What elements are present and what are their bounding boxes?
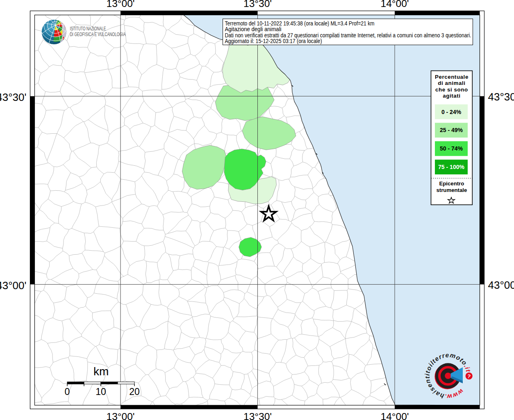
svg-text:25 - 49%: 25 - 49% xyxy=(440,127,463,133)
svg-text:DI GEOFISICA E VULCANOLOGIA: DI GEOFISICA E VULCANOLOGIA xyxy=(70,31,125,37)
svg-text:agitati: agitati xyxy=(443,93,460,99)
svg-text:14°00': 14°00' xyxy=(381,0,409,9)
svg-text:75 - 100%: 75 - 100% xyxy=(438,164,464,170)
svg-text:strumentale: strumentale xyxy=(437,187,467,193)
svg-text:43°30': 43°30' xyxy=(488,91,514,103)
svg-text:Percentuale: Percentuale xyxy=(435,74,469,80)
svg-text:43°00': 43°00' xyxy=(488,279,514,291)
svg-text:Epicentro: Epicentro xyxy=(439,180,464,187)
svg-text:di animali: di animali xyxy=(438,80,465,86)
svg-text:43°00': 43°00' xyxy=(0,279,27,292)
svg-text:Aggiornato il: 15-12-2025 03:1: Aggiornato il: 15-12-2025 03:17 (ora loc… xyxy=(225,38,322,44)
svg-text:13°30': 13°30' xyxy=(243,0,272,9)
svg-text:che si sono: che si sono xyxy=(435,87,468,93)
svg-text:km: km xyxy=(93,365,109,378)
svg-text:0: 0 xyxy=(65,386,70,397)
svg-text:13°00': 13°00' xyxy=(107,411,135,420)
svg-text:10: 10 xyxy=(96,386,106,397)
svg-text:14°00': 14°00' xyxy=(381,411,409,420)
svg-text:13°00': 13°00' xyxy=(107,0,135,9)
svg-text:43°30': 43°30' xyxy=(0,91,27,103)
svg-text:20: 20 xyxy=(129,386,140,397)
svg-text:0 - 24%: 0 - 24% xyxy=(441,109,462,115)
svg-text:50 - 74%: 50 - 74% xyxy=(440,145,463,152)
svg-text:13°30': 13°30' xyxy=(243,411,272,420)
